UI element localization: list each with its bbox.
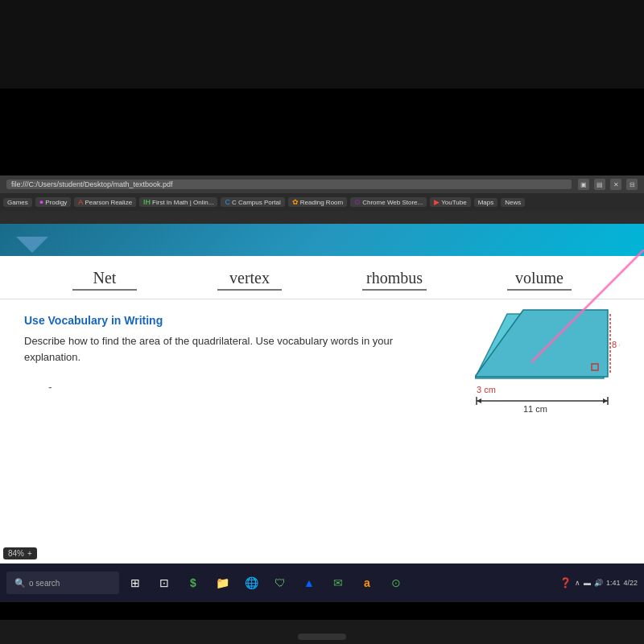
prodigy-dot: ● — [39, 198, 43, 206]
browser-icon-3[interactable]: ✕ — [610, 179, 621, 190]
bookmarks-bar: Games ● Prodigy A Pearson Realize IH Fir… — [0, 193, 644, 211]
browser-icon-1[interactable]: ▣ — [578, 179, 589, 190]
search-label: o search — [29, 579, 60, 588]
page-content: Net vertex rhombus volume Use Vocabulary… — [0, 224, 644, 594]
quadrilateral-figure: 8 cm 3 cm 11 cm — [475, 306, 620, 419]
bookmark-games[interactable]: Games — [3, 198, 32, 207]
bookmark-prodigy[interactable]: ● Prodigy — [35, 197, 72, 207]
taskbar-amazon[interactable]: a — [354, 570, 380, 596]
folder-icon: 📁 — [216, 576, 229, 589]
figure-container: 8 cm 3 cm 11 cm — [475, 306, 620, 422]
bookmark-webstore[interactable]: ⊙ Chrome Web Store... — [350, 197, 427, 207]
pearson-label: Pearson Realize — [85, 199, 132, 206]
tray-date: 4/22 — [623, 579, 638, 587]
vocab-volume: volume — [507, 269, 572, 291]
edge-icon: 🌐 — [245, 576, 258, 589]
maps-label: Maps — [478, 199, 494, 206]
news-label: News — [505, 199, 521, 206]
bottom-bezel — [0, 620, 644, 644]
bookmark-maps[interactable]: Maps — [474, 198, 498, 207]
bookmark-youtube[interactable]: ▶ YouTube — [430, 197, 470, 207]
bookmark-campus[interactable]: C C Campus Portal — [221, 197, 284, 207]
dash-area: - — [24, 381, 411, 394]
vocab-row: Net vertex rhombus volume — [0, 256, 644, 299]
zoom-plus[interactable]: + — [27, 549, 32, 558]
shield-icon: 🛡 — [275, 576, 286, 589]
svg-text:11 cm: 11 cm — [523, 404, 547, 414]
screen-area: file:///C:/Users/student/Desktop/math_te… — [0, 87, 644, 602]
vocab-rhombus: rhombus — [362, 269, 427, 291]
bookmark-firstinmath[interactable]: IH First In Math | Onlin... — [139, 197, 217, 207]
writing-section: Use Vocabulary in Writing Describe how t… — [0, 299, 644, 436]
windows-icon: ⊞ — [130, 576, 140, 589]
search-icon: 🔍 — [14, 578, 26, 588]
top-bezel — [0, 0, 644, 89]
taskbar-search[interactable]: 🔍 o search — [6, 572, 119, 594]
page-header-strip — [0, 224, 644, 256]
browser-icon-4[interactable]: ⊟ — [626, 179, 638, 190]
tray-monitor: ▬ — [584, 579, 591, 587]
taskbar-start-button[interactable]: ⊞ — [122, 570, 148, 596]
reading-label: Reading Room — [300, 199, 343, 206]
campus-label: C Campus Portal — [232, 199, 281, 206]
browser-icon-2[interactable]: ▤ — [594, 179, 605, 190]
writing-title: Use Vocabulary in Writing — [24, 314, 411, 327]
svg-text:8 cm: 8 cm — [612, 340, 620, 349]
prodigy-label: Prodigy — [45, 199, 67, 206]
system-tray: ❓ ∧ ▬ 🔊 1:41 4/22 — [559, 577, 638, 588]
taskview-icon: ⊡ — [159, 576, 169, 589]
taskbar-folder[interactable]: 📁 — [209, 570, 235, 596]
webstore-dot: ⊙ — [354, 198, 361, 206]
chrome-icon: ⊙ — [391, 576, 401, 589]
fim-label: First In Math | Onlin... — [152, 199, 213, 206]
taskbar-right: ❓ ∧ ▬ 🔊 1:41 4/22 — [559, 577, 638, 588]
zoom-control[interactable]: 84% + — [3, 547, 37, 559]
taskbar-mail[interactable]: ✉ — [325, 570, 351, 596]
bookmark-news[interactable]: News — [501, 198, 525, 207]
taskbar-dropbox[interactable]: ▲ — [296, 570, 322, 596]
zoom-level: 84% — [8, 549, 24, 558]
fim-dot: IH — [143, 198, 151, 206]
bookmark-pearson[interactable]: A Pearson Realize — [74, 197, 136, 207]
taskbar: 🔍 o search ⊞ ⊡ $ 📁 🌐 🛡 ▲ — [0, 564, 644, 602]
amazon-icon: a — [364, 576, 370, 589]
campus-dot: C — [225, 198, 230, 206]
dollar-icon: $ — [190, 576, 196, 589]
taskbar-taskview[interactable]: ⊡ — [151, 570, 177, 596]
youtube-label: YouTube — [441, 199, 466, 206]
tray-question: ❓ — [559, 577, 572, 588]
vocab-vertex: vertex — [217, 269, 282, 291]
mail-icon: ✉ — [333, 576, 343, 589]
svg-marker-10 — [477, 398, 481, 403]
tray-sound: 🔊 — [594, 579, 603, 587]
webstore-label: Chrome Web Store... — [362, 199, 423, 206]
taskbar-dollar[interactable]: $ — [180, 570, 206, 596]
tray-up-arrow: ∧ — [575, 579, 580, 587]
taskbar-chrome[interactable]: ⊙ — [383, 570, 409, 596]
url-input[interactable]: file:///C:/Users/student/Desktop/math_te… — [6, 180, 572, 189]
games-label: Games — [7, 199, 28, 206]
bookmark-reading[interactable]: ✿ Reading Room — [288, 197, 347, 207]
tray-clock: 1:41 — [606, 579, 621, 587]
header-triangle — [16, 237, 48, 253]
writing-description: Describe how to find the area of the qua… — [24, 333, 411, 365]
browser-icons: ▣ ▤ ✕ ⊟ — [578, 179, 638, 190]
hp-logo — [298, 634, 346, 640]
url-bar: file:///C:/Users/student/Desktop/math_te… — [0, 175, 644, 193]
youtube-dot: ▶ — [434, 198, 440, 206]
svg-marker-11 — [603, 398, 608, 403]
dropbox-icon: ▲ — [303, 576, 315, 589]
reading-dot: ✿ — [292, 198, 299, 206]
browser-chrome: file:///C:/Users/student/Desktop/math_te… — [0, 175, 644, 224]
vocab-net: Net — [72, 269, 137, 291]
taskbar-edge[interactable]: 🌐 — [238, 570, 264, 596]
taskbar-shield[interactable]: 🛡 — [267, 570, 293, 596]
pearson-dot: A — [78, 198, 83, 206]
writing-text-block: Use Vocabulary in Writing Describe how t… — [24, 314, 411, 394]
svg-text:3 cm: 3 cm — [477, 385, 496, 394]
